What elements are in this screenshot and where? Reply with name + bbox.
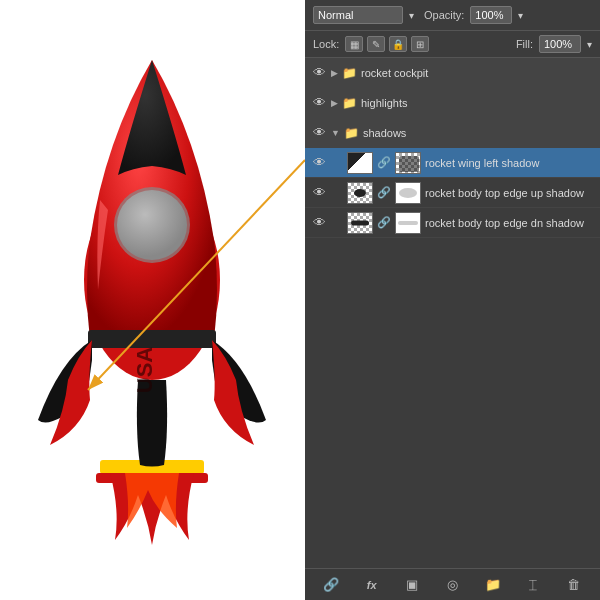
thumb-top-up (347, 182, 373, 204)
mask-icon[interactable]: ▣ (401, 574, 423, 596)
lock-icons-group: ▦ ✎ 🔒 ⊞ (345, 36, 429, 52)
layer-rocket-cockpit[interactable]: 👁 ▶ 📁 rocket cockpit (305, 58, 600, 88)
svg-rect-3 (88, 330, 216, 348)
blend-mode-select[interactable]: Normal Multiply Screen Overlay (313, 6, 403, 24)
thumb-wing (347, 152, 373, 174)
link-icon[interactable]: 🔗 (320, 574, 342, 596)
opacity-input[interactable] (470, 6, 512, 24)
folder-highlights: 📁 (342, 96, 357, 110)
lock-pixels-icon[interactable]: ▦ (345, 36, 363, 52)
layer-body-top-up[interactable]: 👁 🔗 rocket body top edge up shadow (305, 178, 600, 208)
opacity-arrow-icon: ▾ (518, 10, 523, 21)
folder-shadows: 📁 (344, 126, 359, 140)
layer-shadows-group[interactable]: 👁 ▼ 📁 shadows (305, 118, 600, 148)
adjustment-icon[interactable]: ◎ (441, 574, 463, 596)
fill-arrow-icon: ▾ (587, 39, 592, 50)
thumb-top-up-mask (395, 182, 421, 204)
expand-shadows[interactable]: ▼ (331, 128, 340, 138)
chain-top-dn: 🔗 (377, 216, 391, 229)
layer-name-cockpit: rocket cockpit (361, 67, 594, 79)
layer-body-top-dn[interactable]: 👁 🔗 rocket body top edge dn shadow (305, 208, 600, 238)
folder-cockpit: 📁 (342, 66, 357, 80)
fill-label: Fill: (516, 38, 533, 50)
layer-name-top-dn: rocket body top edge dn shadow (425, 217, 594, 229)
eye-icon-top-dn[interactable]: 👁 (311, 215, 327, 231)
layers-list: 👁 ▶ 📁 rocket cockpit 👁 ▶ 📁 highlights 👁 … (305, 58, 600, 568)
chain-top-up: 🔗 (377, 186, 391, 199)
chain-wing: 🔗 (377, 156, 391, 169)
new-layer-icon[interactable]: ⌶ (522, 574, 544, 596)
layer-wing-left-shadow[interactable]: 👁 🔗 rocket wing left shadow (305, 148, 600, 178)
fx-icon[interactable]: fx (361, 574, 383, 596)
thumb-wing-mask (395, 152, 421, 174)
blend-opacity-bar: Normal Multiply Screen Overlay ▾ Opacity… (305, 0, 600, 31)
lock-fill-bar: Lock: ▦ ✎ 🔒 ⊞ Fill: ▾ (305, 31, 600, 58)
thumb-top-dn-mask (395, 212, 421, 234)
layer-name-highlights: highlights (361, 97, 594, 109)
svg-point-2 (117, 190, 187, 260)
eye-icon-highlights[interactable]: 👁 (311, 95, 327, 111)
layer-highlights[interactable]: 👁 ▶ 📁 highlights (305, 88, 600, 118)
layer-name-shadows: shadows (363, 127, 594, 139)
group-icon[interactable]: 📁 (482, 574, 504, 596)
delete-icon[interactable]: 🗑 (563, 574, 585, 596)
svg-text:USA: USA (132, 347, 157, 394)
expand-cockpit[interactable]: ▶ (331, 68, 338, 78)
eye-icon-cockpit[interactable]: 👁 (311, 65, 327, 81)
lock-label: Lock: (313, 38, 339, 50)
rocket-illustration: USA (0, 0, 305, 600)
eye-icon-wing[interactable]: 👁 (311, 155, 327, 171)
lock-artboard-icon[interactable]: ⊞ (411, 36, 429, 52)
opacity-label: Opacity: (424, 9, 464, 21)
layers-bottom-bar: 🔗 fx ▣ ◎ 📁 ⌶ 🗑 (305, 568, 600, 600)
layer-name-top-up: rocket body top edge up shadow (425, 187, 594, 199)
canvas-area: USA (0, 0, 305, 600)
layers-panel: Normal Multiply Screen Overlay ▾ Opacity… (305, 0, 600, 600)
eye-icon-shadows[interactable]: 👁 (311, 125, 327, 141)
eye-icon-top-up[interactable]: 👁 (311, 185, 327, 201)
thumb-top-dn (347, 212, 373, 234)
lock-all-icon[interactable]: 🔒 (389, 36, 407, 52)
fill-input[interactable] (539, 35, 581, 53)
expand-highlights[interactable]: ▶ (331, 98, 338, 108)
layer-name-wing: rocket wing left shadow (425, 157, 594, 169)
lock-position-icon[interactable]: ✎ (367, 36, 385, 52)
blend-arrow-icon: ▾ (409, 10, 414, 21)
